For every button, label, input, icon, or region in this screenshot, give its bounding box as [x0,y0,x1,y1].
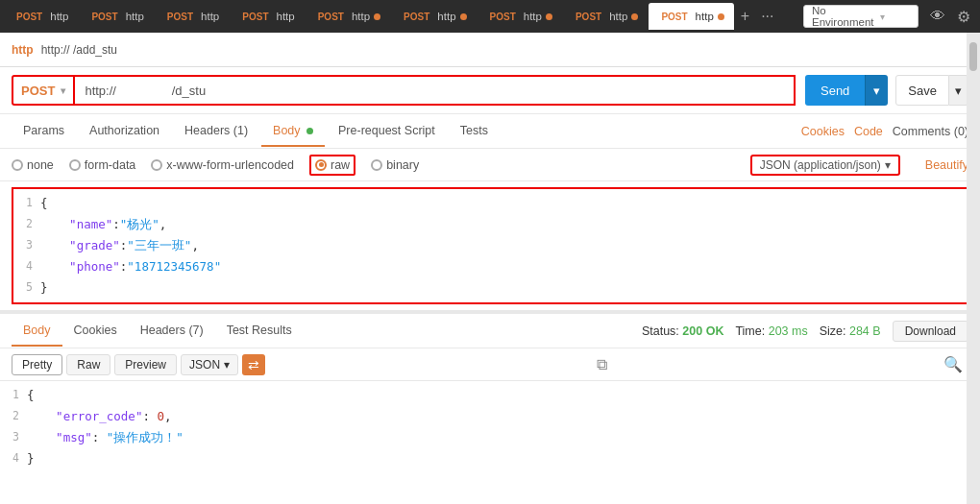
resp-line-content-3: "msg": "操作成功！" [27,428,184,447]
env-caret-icon: ▾ [880,12,910,22]
tab-label-4: http [277,11,295,22]
tab-5[interactable]: POST http [306,3,390,30]
request-nav-right: Cookies Code Comments (0) [801,125,968,138]
main-content: http http:// /add_stu POST ▾ Send ▾ Save… [0,33,980,504]
tab-method-3: POST [164,11,196,23]
code-line-3: 3 "grade":"三年一班", [13,235,967,256]
tab-3[interactable]: POST http [155,3,229,30]
format-selector[interactable]: JSON ▾ [181,354,238,375]
raw-button[interactable]: Raw [66,354,110,375]
url-input[interactable] [75,75,796,106]
preview-button[interactable]: Preview [114,354,177,375]
radio-urlencoded [151,159,162,171]
tab-body[interactable]: Body [261,116,325,147]
tab-method-5: POST [315,11,347,23]
tab-params[interactable]: Params [12,116,76,147]
tab-method-2: POST [88,11,120,23]
copy-icon[interactable]: ⧉ [591,354,613,375]
scrollbar[interactable] [967,33,980,504]
json-type-selector[interactable]: JSON (application/json) ▾ [750,155,900,176]
download-button[interactable]: Download [893,321,968,342]
line-content-2: "name":"杨光", [40,215,166,234]
tab-8[interactable]: POST http [563,3,648,30]
tab-label-7: http [524,11,542,22]
format-label: JSON [189,358,220,372]
response-tab-body[interactable]: Body [12,316,62,347]
status-value: 200 OK [682,324,723,338]
tab-dot-5 [374,13,380,20]
code-line-1: 1 { [13,193,967,214]
code-link[interactable]: Code [854,125,883,138]
breadcrumb-bar: http http:// /add_stu [0,33,980,67]
option-urlencoded-label: x-www-form-urlencoded [166,158,294,172]
resp-line-content-4: } [27,449,35,468]
save-button[interactable]: Save [895,75,949,106]
tab-6[interactable]: POST http [391,3,476,30]
tab-9[interactable]: POST http [649,3,733,30]
resp-line-num-4: 4 [0,449,27,468]
tab-method-4: POST [239,11,271,23]
wrap-icon[interactable]: ⇄ [242,354,265,375]
search-icon[interactable]: 🔍 [938,353,968,375]
response-tab-cookies[interactable]: Cookies [62,316,129,347]
option-form-data-label: form-data [85,158,136,172]
resp-line-num-2: 2 [0,407,27,426]
send-button[interactable]: Send [805,75,865,106]
breadcrumb-method: http [12,43,34,57]
option-binary[interactable]: binary [371,158,419,172]
save-dropdown-button[interactable]: ▾ [949,75,968,106]
code-line-5: 5 } [13,277,967,299]
response-toolbar: Pretty Raw Preview JSON ▾ ⇄ ⧉ 🔍 [0,348,980,381]
option-urlencoded[interactable]: x-www-form-urlencoded [151,158,294,172]
tab-2[interactable]: POST http [79,3,153,30]
tab-dot-9 [718,13,724,20]
resp-code-line-4: 4 } [0,448,980,469]
tab-headers[interactable]: Headers (1) [173,116,259,147]
resp-code-line-2: 2 "error_code": 0, [0,406,980,427]
request-body-editor[interactable]: 1 { 2 "name":"杨光", 3 "grade":"三年一班", [12,187,968,304]
option-raw-label: raw [331,158,350,172]
response-tab-tests[interactable]: Test Results [215,316,304,347]
new-tab-button[interactable]: + [735,8,755,25]
tab-1[interactable]: POST http [4,3,78,30]
tab-method-6: POST [401,11,432,23]
option-form-data[interactable]: form-data [69,158,136,172]
tab-prerequest[interactable]: Pre-request Script [327,116,447,147]
line-content-1: { [40,194,48,213]
option-none-label: none [27,158,54,172]
environment-selector[interactable]: No Environment ▾ [803,5,919,28]
tab-7[interactable]: POST http [478,3,562,30]
tab-label-9: http [696,11,714,22]
settings-icon[interactable]: ⚙ [951,8,976,26]
method-selector[interactable]: POST ▾ [12,75,75,106]
line-num-2: 2 [13,215,40,234]
format-caret-icon: ▾ [224,358,230,372]
option-binary-label: binary [386,158,419,172]
eye-icon[interactable]: 👁 [924,8,951,25]
option-none[interactable]: none [12,158,54,172]
request-nav-tabs: Params Authorization Headers (1) Body Pr… [0,114,980,149]
size-label: Size: 284 B [820,324,881,338]
app-container: POST http POST http POST http POST http … [0,0,980,504]
tab-tests[interactable]: Tests [449,116,500,147]
option-raw[interactable]: raw [309,155,355,176]
tab-authorization[interactable]: Authorization [78,116,171,147]
cookies-link[interactable]: Cookies [801,125,845,138]
tab-label-3: http [201,11,219,22]
response-tab-headers[interactable]: Headers (7) [129,316,215,347]
env-label: No Environment [812,5,874,28]
tab-label-1: http [50,11,68,22]
more-tabs-button[interactable]: ··· [755,8,779,25]
send-dropdown-button[interactable]: ▾ [865,75,888,106]
radio-form-data [69,159,81,171]
tab-4[interactable]: POST http [230,3,304,30]
resp-line-content-2: "error_code": 0, [27,407,172,426]
resp-line-num-3: 3 [0,428,27,447]
comments-link[interactable]: Comments (0) [893,125,968,138]
body-options-row: none form-data x-www-form-urlencoded raw… [0,149,980,181]
beautify-button[interactable]: Beautify [925,158,968,172]
method-value: POST [21,84,55,98]
pretty-button[interactable]: Pretty [12,354,62,375]
response-nav: Body Cookies Headers (7) Test Results St… [0,314,980,348]
tab-label-6: http [437,11,455,22]
